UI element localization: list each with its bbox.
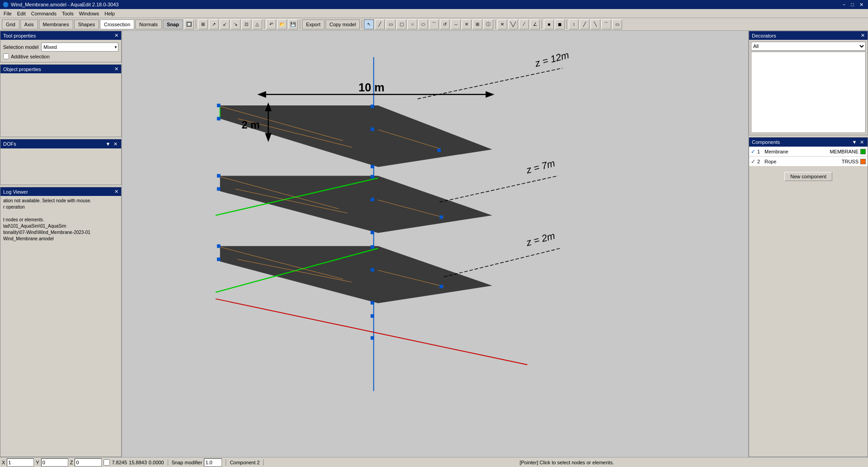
tool-i[interactable]: ╲ — [590, 19, 600, 29]
tab-crossection[interactable]: Crossection — [100, 19, 134, 29]
components-panel: Components ▼ ✕ ✓ 1 Membrane MEMBRANE ✓ 2… — [749, 137, 868, 457]
tool-f[interactable]: ◼ — [555, 19, 565, 29]
object-properties-close-btn[interactable]: ✕ — [114, 66, 118, 72]
decorators-select[interactable]: All — [751, 42, 866, 51]
tool-a[interactable]: ✕ — [497, 19, 507, 29]
draw-circle-btn[interactable]: ○ — [407, 19, 417, 29]
open-btn[interactable]: 📂 — [277, 19, 287, 29]
menu-commands[interactable]: Commands — [28, 10, 59, 17]
log-viewer-close-btn[interactable]: ✕ — [114, 189, 118, 195]
menu-windows[interactable]: Windows — [76, 10, 102, 17]
menu-edit[interactable]: Edit — [14, 10, 28, 17]
copy-model-btn[interactable]: Copy model — [326, 19, 360, 29]
menu-file[interactable]: File — [1, 10, 14, 17]
log-line-7: Wind_Membrane.amodel — [3, 236, 118, 242]
component-2-type: TRUSS — [842, 159, 859, 164]
svg-rect-8 — [217, 117, 221, 120]
rotate-btn[interactable]: ↺ — [440, 19, 450, 29]
save-btn[interactable]: 💾 — [288, 19, 298, 29]
draw-arc-btn[interactable]: ⌒ — [429, 19, 439, 29]
tab-membranes[interactable]: Membranes — [39, 19, 73, 29]
export-btn[interactable]: Export — [302, 19, 325, 29]
tool-h[interactable]: ╱ — [580, 19, 590, 29]
tool-j[interactable]: ⌒ — [601, 19, 611, 29]
svg-rect-33 — [371, 301, 374, 305]
decorators-close-btn[interactable]: ✕ — [861, 33, 865, 38]
dofs-close-btn[interactable]: ✕ — [112, 141, 118, 147]
component-1-num: 1 — [757, 149, 764, 154]
draw-rect2-btn[interactable]: ▢ — [396, 19, 406, 29]
draw-rect-btn[interactable]: ▭ — [386, 19, 396, 29]
view-btn-6[interactable]: △ — [252, 19, 262, 29]
components-title: Components — [752, 139, 780, 145]
grid-btn[interactable]: ⊞ — [472, 19, 482, 29]
svg-rect-9 — [371, 105, 374, 108]
snap-button[interactable]: Snap — [163, 19, 183, 29]
snap-modifier-input[interactable] — [204, 458, 222, 467]
component-1-name: Membrane — [764, 149, 830, 154]
dofs-content — [0, 148, 121, 185]
tab-axis[interactable]: Axis — [20, 19, 38, 29]
delete-btn[interactable]: ✕ — [462, 19, 472, 29]
scene-svg: 10 m 2 m z = 12m z = 7m z = 2m — [122, 31, 748, 457]
tool-properties-close-btn[interactable]: ✕ — [114, 33, 118, 38]
draw-ellipse-btn[interactable]: ⬭ — [418, 19, 428, 29]
pointer-tool-btn[interactable]: ↖ — [364, 19, 374, 29]
y-input[interactable] — [41, 458, 68, 467]
new-component-btn[interactable]: New component — [784, 172, 832, 181]
svg-text:2 m: 2 m — [242, 119, 260, 131]
tab-grid[interactable]: Grid — [2, 19, 19, 29]
component-row-1[interactable]: ✓ 1 Membrane MEMBRANE — [749, 147, 868, 157]
tool-k[interactable]: ▭ — [612, 19, 622, 29]
svg-rect-18 — [217, 174, 221, 178]
menu-tools[interactable]: Tools — [59, 10, 76, 17]
selection-model-select[interactable]: Mixed Node Element — [41, 43, 118, 52]
tool-e[interactable]: ■ — [544, 19, 554, 29]
tab-shapes[interactable]: Shapes — [74, 19, 99, 29]
tool-b[interactable]: ╲╱ — [508, 19, 518, 29]
z-input[interactable] — [75, 458, 102, 467]
component-1-type: MEMBRANE — [830, 149, 859, 154]
titlebar-controls[interactable]: − □ ✕ — [841, 2, 865, 8]
components-minimize-btn[interactable]: ▼ — [851, 139, 858, 145]
viewport[interactable]: 10 m 2 m z = 12m z = 7m z = 2m — [122, 31, 748, 457]
x-input[interactable] — [7, 458, 34, 467]
svg-rect-11 — [371, 165, 374, 168]
undo-btn[interactable]: ↶ — [266, 19, 276, 29]
svg-rect-20 — [371, 175, 374, 179]
view-btn-2[interactable]: ↗ — [209, 19, 219, 29]
component-1-checkmark[interactable]: ✓ — [751, 148, 755, 155]
menu-help[interactable]: Help — [102, 10, 118, 17]
log-line-2: r operation — [3, 204, 118, 210]
dofs-minimize-btn[interactable]: ▼ — [105, 141, 111, 147]
minimize-button[interactable]: − — [841, 2, 847, 8]
snap-icon-btn[interactable]: 🔲 — [184, 19, 194, 29]
selection-model-row: Selection model Mixed Node Element ▼ — [3, 43, 118, 52]
view-btn-3[interactable]: ↙ — [220, 19, 230, 29]
additive-selection-checkbox[interactable] — [3, 53, 9, 59]
view-btn-5[interactable]: ⊡ — [241, 19, 251, 29]
components-close-btn[interactable]: ✕ — [859, 139, 865, 145]
coord2-value: 15.8843 — [129, 460, 147, 465]
component-2-checkmark[interactable]: ✓ — [751, 158, 755, 165]
view-btn-1[interactable]: ⊞ — [198, 19, 208, 29]
selection-model-wrapper[interactable]: Mixed Node Element ▼ — [41, 43, 118, 52]
maximize-button[interactable]: □ — [849, 2, 856, 8]
tool-d[interactable]: ∠ — [530, 19, 540, 29]
component-label: Component 2 — [230, 460, 259, 465]
draw-line-btn[interactable]: ╱ — [375, 19, 385, 29]
close-button[interactable]: ✕ — [858, 2, 865, 8]
component-2-num: 2 — [757, 159, 764, 164]
svg-rect-10 — [371, 128, 374, 131]
tool-g[interactable]: ↕ — [569, 19, 579, 29]
view-btn-4[interactable]: ↘ — [231, 19, 241, 29]
object-properties-title: Object properties — [3, 67, 41, 72]
statusbar: X Y Z 7.8245 15.8843 0.0000 Snap modifie… — [0, 457, 868, 467]
flip-btn[interactable]: ↔ — [451, 19, 461, 29]
component-row-2[interactable]: ✓ 2 Rope TRUSS — [749, 157, 868, 167]
tool-c[interactable]: ∕ — [519, 19, 529, 29]
components-controls: ▼ ✕ — [851, 139, 865, 145]
status-checkbox[interactable] — [104, 459, 110, 466]
tab-normals[interactable]: Normals — [135, 19, 162, 29]
info-btn[interactable]: ⓘ — [483, 19, 493, 29]
